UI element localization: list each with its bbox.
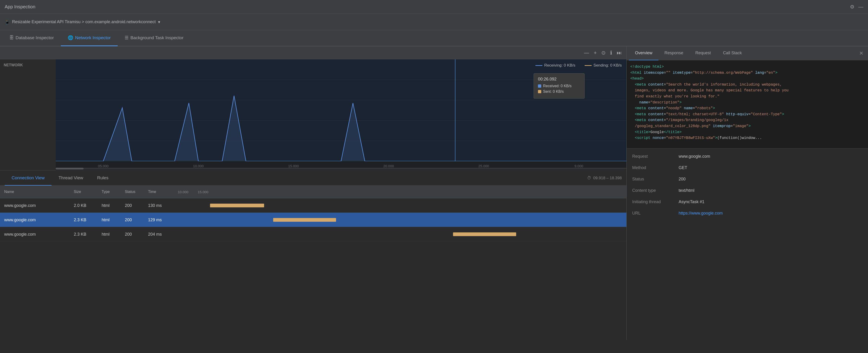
- cell-timeline-2: [174, 227, 624, 242]
- timeline-tick-1: 15.000: [198, 190, 209, 194]
- detail-tabs: Overview Response Request Call Stack: [629, 46, 748, 60]
- detail-row-status: Status 200: [632, 177, 862, 182]
- view-tabs: Connection View Thread View Rules: [5, 171, 115, 186]
- x-label-2: 15.000: [246, 164, 341, 168]
- cell-type-1: html: [100, 218, 123, 222]
- device-bar: 📱 Resizable Experimental API Tiramisu > …: [0, 14, 868, 30]
- close-detail-button[interactable]: ✕: [857, 50, 866, 56]
- overview-label: Overview: [635, 51, 652, 56]
- cell-time-1: 129 ms: [146, 218, 174, 222]
- tab-overview[interactable]: Overview: [629, 46, 658, 60]
- chart-svg-area: 00:26.092 Received: 0 KB/s Sent: 0 KB/s: [56, 59, 626, 161]
- tab-thread-view[interactable]: Thread View: [52, 171, 90, 186]
- table-container: Name Size Type Status Time 10.000 1: [0, 186, 626, 340]
- chevron-down-icon[interactable]: ▾: [158, 20, 160, 25]
- thread-view-label: Thread View: [59, 175, 83, 181]
- label-request: Request: [632, 154, 679, 159]
- col-header-time[interactable]: Time: [146, 190, 174, 194]
- background-icon: ☰: [125, 35, 129, 40]
- chart-title: NETWORK: [4, 63, 52, 67]
- zoom-out-button[interactable]: —: [584, 50, 589, 56]
- minimize-icon[interactable]: —: [858, 4, 863, 10]
- cell-status-0: 200: [123, 203, 146, 208]
- value-content-type: text/html: [679, 188, 862, 193]
- code-line-6: name="description">: [630, 100, 864, 106]
- tooltip-sent-label: Sent: 0 KB/s: [543, 90, 564, 94]
- code-line-3: <meta content="Search the world's inform…: [630, 82, 864, 88]
- code-line-5: find exactly what you're looking for.": [630, 94, 864, 100]
- code-line-2: <head>: [630, 76, 864, 82]
- value-url[interactable]: https://www.google.com: [679, 211, 862, 216]
- chart-scrollbar-thumb[interactable]: [56, 168, 84, 169]
- table-header: Name Size Type Status Time 10.000 1: [0, 186, 626, 198]
- cell-status-2: 200: [123, 232, 146, 237]
- info-button[interactable]: ℹ: [610, 50, 612, 56]
- legend-receiving: Receiving: 0 KB/s: [535, 63, 575, 68]
- time-range-value: 09.918 – 18.398: [593, 176, 622, 181]
- cell-size-1: 2.3 KB: [72, 218, 100, 222]
- table-row[interactable]: www.google.com 2.3 KB html 200 129 ms: [0, 213, 626, 227]
- request-label: Request: [695, 51, 711, 56]
- svg-marker-5: [56, 96, 626, 161]
- device-icon: 📱: [5, 20, 10, 25]
- settings-icon[interactable]: ⚙: [850, 4, 855, 10]
- col-header-size[interactable]: Size: [72, 190, 100, 194]
- sent-dot: [538, 90, 541, 93]
- tab-call-stack[interactable]: Call Stack: [717, 46, 748, 60]
- request-details: Request www.google.com Method GET Status…: [627, 149, 868, 340]
- title-bar-right: ⚙ —: [850, 4, 863, 10]
- tab-database-label: Database Inspector: [16, 35, 54, 40]
- inspector-tabs: 🗄 Database Inspector 🌐 Network Inspector…: [0, 30, 868, 46]
- response-label: Response: [664, 51, 683, 56]
- code-line-4: images, videos and more. Google has many…: [630, 88, 864, 94]
- view-tabs-bar: Connection View Thread View Rules ⏱ 09.9…: [0, 171, 626, 186]
- tab-background[interactable]: ☰ Background Task Inspector: [118, 30, 190, 46]
- col-header-name[interactable]: Name: [2, 190, 72, 194]
- table-row[interactable]: www.google.com 2.0 KB html 200 130 ms: [0, 198, 626, 213]
- reset-button[interactable]: ⊙: [601, 50, 606, 56]
- title-bar: App Inspection ⚙ —: [0, 0, 868, 14]
- title-bar-left: App Inspection: [5, 4, 35, 9]
- zoom-in-button[interactable]: +: [594, 50, 597, 56]
- value-request: www.google.com: [679, 154, 862, 159]
- receiving-label: Receiving: 0 KB/s: [544, 63, 575, 68]
- main-content: — + ⊙ ℹ ⏭ NETWORK 8 16 24 32 40 KB/s: [0, 46, 868, 340]
- tab-response[interactable]: Response: [658, 46, 689, 60]
- legend-sending: Sending: 0 KB/s: [585, 63, 622, 68]
- received-dot: [538, 85, 541, 88]
- col-header-status[interactable]: Status: [123, 190, 146, 194]
- connection-view-label: Connection View: [11, 175, 44, 181]
- tab-request[interactable]: Request: [689, 46, 717, 60]
- detail-row-content-type: Content type text/html: [632, 188, 862, 193]
- database-icon: 🗄: [9, 35, 14, 40]
- cell-type-0: html: [100, 203, 123, 208]
- skip-button[interactable]: ⏭: [617, 50, 622, 56]
- label-initiating-thread: Initiating thread: [632, 199, 679, 204]
- col-header-type[interactable]: Type: [100, 190, 123, 194]
- table-row[interactable]: www.google.com 2.3 KB html 200 204 ms: [0, 227, 626, 242]
- sending-legend-line: [585, 65, 592, 66]
- timeline-tick-0: 10.000: [178, 190, 188, 194]
- tab-connection-view[interactable]: Connection View: [5, 171, 52, 186]
- code-line-12: <script nonce="n07YBJTYB8wFI3tS-uXw">(fu…: [630, 135, 864, 141]
- tab-rules[interactable]: Rules: [90, 171, 116, 186]
- cell-size-0: 2.0 KB: [72, 203, 100, 208]
- x-label-3: 20.000: [341, 164, 436, 168]
- network-chart: NETWORK 8 16 24 32 40 KB/s: [0, 59, 626, 171]
- value-status: 200: [679, 177, 862, 182]
- network-icon: 🌐: [68, 35, 73, 40]
- label-url: URL: [632, 211, 679, 216]
- tab-network-label: Network Inspector: [75, 35, 111, 40]
- chart-scrollbar[interactable]: [56, 168, 626, 169]
- cell-status-1: 200: [123, 218, 146, 222]
- cell-name-2: www.google.com: [2, 232, 72, 237]
- tab-network[interactable]: 🌐 Network Inspector: [61, 30, 118, 46]
- timeline-bar-1: [273, 218, 336, 222]
- detail-row-url: URL https://www.google.com: [632, 211, 862, 216]
- cell-name-0: www.google.com: [2, 203, 72, 208]
- tab-database[interactable]: 🗄 Database Inspector: [2, 30, 61, 46]
- code-line-1: <html itemscope="" itemtype="http://sche…: [630, 70, 864, 76]
- rules-label: Rules: [97, 175, 108, 181]
- toolbar: — + ⊙ ℹ ⏭: [0, 46, 626, 59]
- x-label-1: 10.000: [151, 164, 246, 168]
